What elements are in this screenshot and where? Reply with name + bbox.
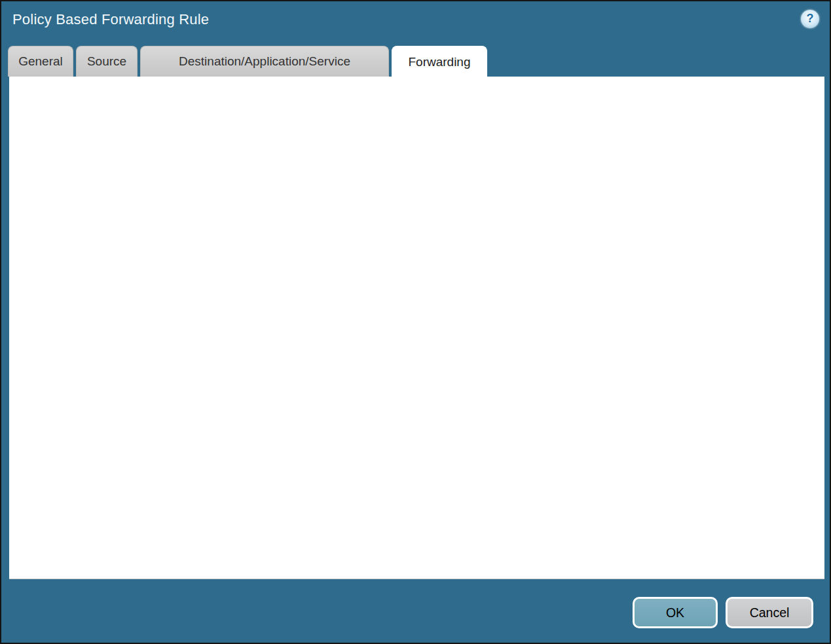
dialog-title: Policy Based Forwarding Rule (12, 11, 209, 28)
tab-source[interactable]: Source (76, 46, 138, 77)
help-icon[interactable]: ? (801, 10, 819, 28)
policy-based-forwarding-dialog: Policy Based Forwarding Rule ? General S… (0, 0, 831, 644)
ok-button[interactable]: OK (633, 597, 718, 628)
tab-destination-application-service[interactable]: Destination/Application/Service (140, 46, 389, 77)
tab-general[interactable]: General (8, 46, 73, 77)
cancel-button[interactable]: Cancel (726, 597, 813, 628)
tab-bar: General Source Destination/Application/S… (8, 46, 487, 77)
tab-forwarding[interactable]: Forwarding (392, 46, 487, 78)
forwarding-tab-panel (9, 77, 824, 579)
